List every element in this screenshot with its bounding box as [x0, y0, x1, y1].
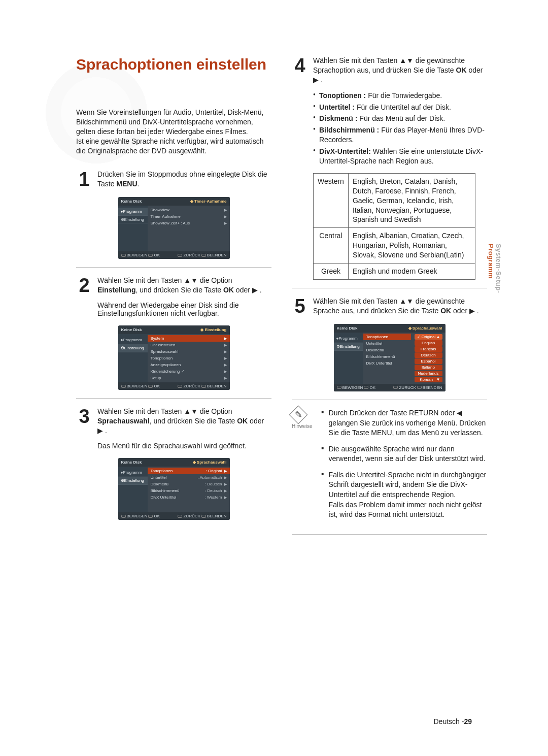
osd-row: DivX Untertitel	[366, 361, 408, 366]
chevron-right-icon: ▶	[224, 356, 227, 360]
step-number: 4	[292, 56, 308, 75]
osd-side-item: ●Programm	[334, 335, 363, 343]
button-icon	[201, 385, 206, 388]
table-cell: English und modern Greek	[348, 264, 475, 280]
osd-value: : Deutsch	[205, 482, 224, 486]
osd-option: ✓ Original▲	[415, 334, 442, 340]
osd-hint: ZURÜCK	[183, 253, 200, 257]
step-key: Sprachauswahl	[97, 417, 150, 425]
osd-row: Anzeigeoptionen	[151, 363, 224, 367]
osd-hint: BEENDEN	[423, 385, 442, 390]
osd-side-item: ●Programm	[118, 469, 148, 477]
bullet-key: DivX-Untertitel:	[319, 147, 371, 155]
osd-menu-timer: Keine Disk◆ Timer-Aufnahme ●Programm ⚙Ei…	[118, 197, 230, 259]
step-note: Während der Wiedergabe einer Disk sind d…	[97, 301, 271, 317]
step-text: Sie die Taste	[414, 66, 456, 74]
table-cell: English, Breton, Catalan, Danish, Dutch,…	[348, 173, 475, 227]
note-item: Die ausgewählte Sprache wird nur dann ve…	[322, 444, 487, 464]
notes-block: ✎ Hinweise Durch Drücken der Taste RETUR…	[292, 408, 487, 526]
step-text: Wählen Sie mit den Tasten ▲▼ die Option	[97, 407, 232, 415]
osd-crumb: Sprachauswahl	[197, 460, 227, 465]
chevron-right-icon: ▶	[224, 370, 227, 374]
gear-icon: ⚙	[336, 344, 340, 349]
step-text: Drücken Sie im Stoppmodus ohne	[97, 170, 205, 178]
divider	[76, 398, 271, 399]
osd-row: System	[151, 336, 224, 341]
divider	[292, 534, 487, 535]
chevron-up-icon: ▲	[436, 335, 440, 339]
osd-row: Timer-Aufnahme	[151, 214, 224, 219]
table-row: GreekEnglish und modern Greek	[314, 264, 475, 280]
list-item: Bildschirmmenü : Für das Player-Menü Ihr…	[313, 125, 487, 145]
button-icon	[417, 386, 422, 389]
list-item: Diskmenü : Für das Menü auf der Disk.	[313, 114, 487, 123]
chevron-right-icon: ▶	[224, 482, 227, 486]
section-tab-bottom: Programm	[487, 244, 495, 279]
osd-hint: ZURÜCK	[183, 384, 200, 388]
osd-row: Kindersicherung ✓	[151, 369, 224, 374]
chevron-right-icon: ▶	[224, 208, 227, 212]
step-5: 5 Wählen Sie mit den Tasten ▲▼ die gewün…	[292, 297, 487, 316]
osd-hint: BEWEGEN	[342, 385, 363, 390]
section-tab-top: System-Setup-	[495, 244, 502, 293]
list-item: Untertitel : Für die Untertitel auf der …	[313, 103, 487, 112]
bullet-key: Diskmenü :	[319, 114, 357, 122]
osd-row: Setup	[151, 376, 224, 380]
step-text: Wählen Sie mit den Tasten ▲▼ die	[313, 297, 425, 305]
divider	[292, 288, 487, 288]
chevron-right-icon: ▶	[224, 476, 227, 480]
osd-hint: BEENDEN	[207, 384, 227, 388]
osd-hint: OK	[369, 385, 375, 390]
table-row: CentralEnglish, Albanian, Croatian, Czec…	[314, 228, 475, 264]
step-number: 3	[76, 407, 92, 426]
osd-option: English	[415, 340, 442, 346]
table-row: WesternEnglish, Breton, Catalan, Danish,…	[314, 173, 475, 227]
osd-row: Untertitel	[151, 475, 198, 480]
osd-crumb: Sprachauswahl	[413, 326, 442, 331]
chevron-right-icon: ▶	[224, 489, 227, 493]
table-cell: Central	[314, 228, 349, 264]
step-text: .	[138, 180, 140, 188]
step-text: oder ▶ .	[451, 307, 479, 315]
osd-row: Diskmenü	[151, 482, 205, 486]
bullet-key: Bildschirmmenü :	[319, 126, 379, 134]
step-1: 1 Drücken Sie im Stoppmodus ohne eingele…	[76, 170, 271, 189]
osd-row: Tonoptionen	[151, 469, 206, 473]
button-icon	[364, 386, 368, 389]
bullet-key: Untertitel :	[319, 103, 355, 111]
chevron-right-icon: ▶	[224, 215, 227, 219]
chevron-right-icon: ▶	[224, 363, 227, 367]
button-icon	[121, 515, 126, 518]
button-icon	[148, 515, 153, 518]
step-body: Wählen Sie mit den Tasten ▲▼ die gewünsc…	[313, 56, 487, 85]
decorative-disc-graphic	[46, 62, 147, 163]
section-tab: System-Setup- Programm	[487, 244, 502, 293]
osd-row: Diskmenü	[366, 348, 408, 352]
osd-menu-einstellung: Keine Disk◆ Einstellung ●Programm ⚙Einst…	[118, 325, 230, 390]
list-item: DivX-Untertitel: Wählen Sie eine unterst…	[313, 147, 487, 166]
step-key: OK	[456, 66, 467, 74]
osd-value: : Deutsch	[205, 488, 224, 493]
osd-row: Bildschirmmenü	[151, 488, 205, 493]
step-key: OK	[223, 286, 234, 294]
button-icon	[178, 515, 182, 518]
step-key: OK	[440, 307, 451, 315]
osd-value: : Original	[206, 469, 224, 473]
button-icon	[393, 386, 398, 389]
step-number: 1	[76, 170, 92, 189]
osd-value: : Western	[204, 495, 224, 500]
step-body: Wählen Sie mit den Tasten ▲▼ die Option …	[97, 276, 271, 295]
gear-icon: ⚙	[121, 217, 124, 222]
page-footer: Deutsch -29	[434, 717, 472, 726]
step-body: Wählen Sie mit den Tasten ▲▼ die Option …	[97, 407, 271, 436]
table-cell: English, Albanian, Croatian, Czech, Hung…	[348, 228, 475, 264]
language-region-table: WesternEnglish, Breton, Catalan, Danish,…	[313, 173, 475, 280]
osd-row: Uhr einstellen	[151, 343, 224, 347]
osd-crumb: Timer-Aufnahme	[194, 199, 226, 204]
osd-row: Sprachauswahl	[151, 349, 224, 354]
osd-row: DivX Untertitel	[151, 495, 205, 500]
button-icon	[121, 385, 126, 388]
osd-option: Deutsch	[415, 352, 442, 358]
osd-option: Español	[415, 358, 442, 364]
osd-side-item: ⚙Einstellung	[334, 343, 363, 351]
